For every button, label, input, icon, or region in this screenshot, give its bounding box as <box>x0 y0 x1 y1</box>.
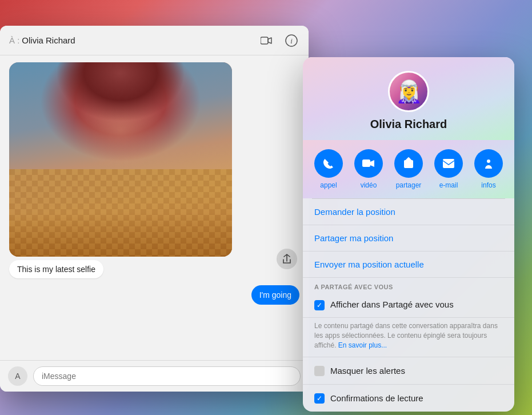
partager-position-item[interactable]: Partager ma position <box>303 225 514 252</box>
svg-rect-5 <box>443 159 454 168</box>
message-area[interactable]: This is my latest selfie I'm going <box>0 55 309 360</box>
app-icon: A <box>15 372 20 381</box>
title-bar-actions: i <box>258 33 299 49</box>
avatar-section: 🧝‍♀️ Olivia Richard <box>303 57 514 140</box>
demander-position-item[interactable]: Demander la position <box>303 199 514 225</box>
partager-position-label: Partager ma position <box>314 233 393 243</box>
app-store-button[interactable]: A <box>8 366 27 386</box>
learn-more-link[interactable]: En savoir plus... <box>338 341 387 349</box>
appel-label: appel <box>320 181 337 189</box>
email-button[interactable] <box>434 149 463 178</box>
alert-checkbox[interactable] <box>314 366 325 376</box>
shared-section-header: A PARTAGÉ AVEC VOUS <box>303 278 514 293</box>
svg-text:i: i <box>290 36 293 45</box>
svg-rect-0 <box>261 37 268 44</box>
envoyer-position-item[interactable]: Envoyer ma position actuelle <box>303 252 514 278</box>
action-email[interactable]: e-mail <box>434 149 463 189</box>
action-partager[interactable]: partager <box>394 149 423 189</box>
video-call-button[interactable] <box>258 33 274 49</box>
recipient-name: Olivia Richard <box>22 35 75 45</box>
action-appel[interactable]: appel <box>314 149 343 189</box>
photo-caption: This is my latest selfie <box>9 260 103 278</box>
video-button[interactable] <box>354 149 383 178</box>
share-button[interactable] <box>277 249 297 269</box>
photo-bubble <box>9 62 232 257</box>
read-receipt-label: Confirmations de lecture <box>330 393 423 403</box>
partager-label: partager <box>396 181 422 189</box>
panel-contact-name: Olivia Richard <box>370 118 447 131</box>
email-label: e-mail <box>439 181 458 189</box>
info-button[interactable]: i <box>283 33 299 49</box>
svg-point-6 <box>487 159 490 163</box>
demander-label: Demander la position <box>314 207 395 217</box>
shared-toggle-label: Afficher dans Partagé avec vous <box>330 300 454 309</box>
read-receipt-row[interactable]: ✓ Confirmations de lecture <box>303 385 514 412</box>
avatar-emoji: 🧝‍♀️ <box>395 81 422 102</box>
avatar: 🧝‍♀️ <box>388 71 429 112</box>
infos-label: infos <box>481 181 495 189</box>
video-label: vidéo <box>361 181 377 189</box>
svg-rect-3 <box>362 159 370 167</box>
action-infos[interactable]: infos <box>474 149 503 189</box>
action-buttons-row: appel vidéo partager <box>303 140 514 198</box>
infos-button[interactable] <box>474 149 503 178</box>
shared-description: Le contenu partagé dans cette conversati… <box>303 318 514 357</box>
outgoing-bubble: I'm going <box>251 285 299 305</box>
alert-toggle-row[interactable]: Masquer les alertes <box>303 357 514 385</box>
to-label: À : <box>9 35 19 45</box>
image-message: This is my latest selfie <box>9 62 249 278</box>
action-video[interactable]: vidéo <box>354 149 383 189</box>
outgoing-message-row: I'm going <box>9 285 299 305</box>
shared-toggle-row[interactable]: ✓ Afficher dans Partagé avec vous <box>303 293 514 318</box>
envoyer-label: Envoyer ma position actuelle <box>314 260 424 269</box>
partager-button[interactable] <box>394 149 423 178</box>
messages-window: À : Olivia Richard i <box>0 26 309 392</box>
shared-checkbox[interactable]: ✓ <box>314 300 325 310</box>
title-bar-left: À : Olivia Richard <box>9 35 75 45</box>
alert-toggle-label: Masquer les alertes <box>330 366 405 376</box>
appel-button[interactable] <box>314 149 343 178</box>
input-bar: A <box>0 360 309 392</box>
message-input[interactable] <box>33 366 301 386</box>
info-panel: 🧝‍♀️ Olivia Richard appel vidéo <box>303 57 514 412</box>
title-bar: À : Olivia Richard i <box>0 26 309 55</box>
read-receipt-checkbox[interactable]: ✓ <box>314 393 325 404</box>
